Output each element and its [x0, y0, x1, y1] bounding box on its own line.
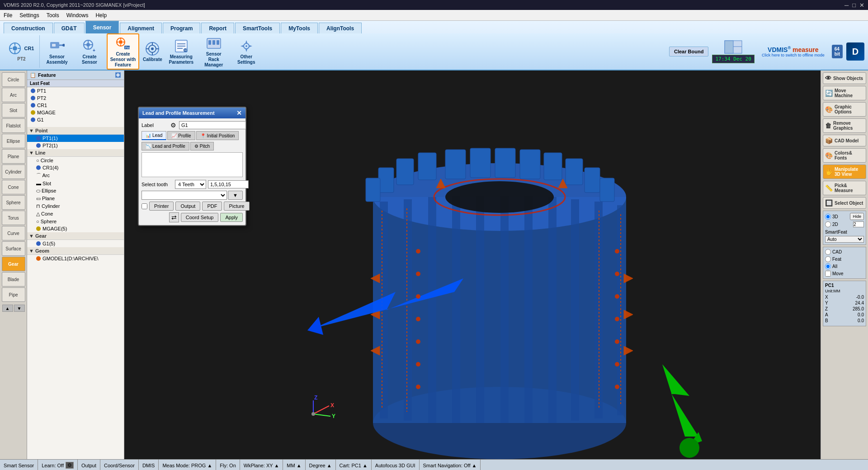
tab-sensor[interactable]: Sensor [85, 21, 119, 33]
label-input[interactable] [179, 121, 246, 129]
cad-model-btn[interactable]: 📦 CAD Model [823, 135, 866, 146]
child-pt2-1[interactable]: PT2(1) [27, 142, 124, 149]
tool-flatslot[interactable]: Flatslot [2, 118, 25, 133]
tool-plane[interactable]: Plane [2, 149, 25, 164]
status-smart-nav[interactable]: Smart Navigation: Off ▲ [420, 460, 481, 470]
offline-mode-link[interactable]: Click here to switch to offline mode [762, 53, 825, 57]
tab-smarttools[interactable]: SmartTools [235, 23, 280, 33]
tab-aligntools[interactable]: AlignTools [319, 23, 362, 33]
menu-tools[interactable]: Tools [47, 12, 59, 19]
picture-btn[interactable]: Picture [224, 202, 249, 211]
menu-settings[interactable]: Settings [19, 12, 39, 19]
feat-pt1[interactable]: PT1 [27, 87, 124, 94]
radio-cad[interactable] [825, 249, 831, 255]
status-dmis[interactable]: DMIS [139, 460, 159, 470]
tab-mytools[interactable]: MyTools [281, 23, 318, 33]
status-autofocus[interactable]: Autofocus 3D GUI [372, 460, 420, 470]
move-checkbox[interactable] [825, 271, 831, 277]
2d-value-input[interactable] [853, 221, 864, 227]
menu-file[interactable]: File [4, 12, 12, 19]
status-mm[interactable]: MM ▲ [283, 460, 305, 470]
child-cr1-4[interactable]: CR1(4) [27, 164, 124, 171]
cat-gear[interactable]: ▼ Gear [27, 232, 124, 240]
select-tooth-dropdown[interactable]: 4 Teeth All Teeth [175, 180, 206, 189]
status-degree[interactable]: Degree ▲ [306, 460, 336, 470]
arrow-btn[interactable]: ⇄ [169, 212, 179, 222]
tool-arc[interactable]: Arc [2, 88, 25, 102]
status-cart[interactable]: Cart: PC1 ▲ [336, 460, 372, 470]
calibrate-btn[interactable]: Calibrate [141, 40, 164, 63]
child-sphere[interactable]: ○ Sphere [27, 218, 124, 225]
cat-line[interactable]: ▼ Line [27, 149, 124, 157]
teeth-values-input[interactable] [208, 180, 249, 188]
maximize-btn[interactable]: □ [852, 2, 856, 9]
child-cylinder[interactable]: ⊓ Cylinder [27, 202, 124, 210]
minimize-btn[interactable]: ─ [844, 2, 849, 9]
manipulate-3d-btn[interactable]: 🖐 Manipulate 3D View [823, 164, 866, 179]
cat-geom[interactable]: ▼ Geom [27, 247, 124, 255]
pick-measure-btn[interactable]: 📏 Pick& Measure [823, 181, 866, 195]
child-gmodel1[interactable]: GMODEL1(D:\ARCHIVE\ [27, 255, 124, 262]
tool-ellipse[interactable]: Ellipse [2, 134, 25, 148]
create-sensor-feature-btn[interactable]: Feat Create Sensor with Feature [107, 33, 139, 70]
tool-slot[interactable]: Slot [2, 103, 25, 118]
tab-lead-profile[interactable]: 📉 Lead and Profile [142, 142, 189, 150]
menu-windows[interactable]: Windows [66, 12, 89, 19]
tool-cylinder[interactable]: Cylinder [2, 164, 25, 179]
radio-feat[interactable] [825, 256, 831, 262]
viewport[interactable]: X Y Z [124, 70, 821, 459]
tool-gear[interactable]: Gear [2, 257, 25, 271]
tool-cone[interactable]: Cone [2, 180, 25, 194]
status-fly[interactable]: Fly: On [216, 460, 240, 470]
tab-profile[interactable]: 📈 Profile [167, 131, 195, 140]
tool-surface[interactable]: Surface [2, 241, 25, 256]
coord-setup-btn[interactable]: Coord Setup [181, 213, 219, 222]
hide-btn[interactable]: Hide [850, 213, 864, 220]
output-btn[interactable]: Output [175, 202, 200, 211]
output-dropdown[interactable] [142, 191, 227, 200]
status-meas-mode[interactable]: Meas Mode: PROG ▲ [159, 460, 216, 470]
remove-graphics-btn[interactable]: 🗑 Remove Graphics [823, 118, 866, 133]
tab-alignment[interactable]: Alignment [120, 23, 162, 33]
child-g1-5[interactable]: G1(5) [27, 240, 124, 247]
clear-bound-btn[interactable]: Clear Bound [669, 47, 708, 56]
menu-help[interactable]: Help [95, 12, 107, 19]
tool-pipe[interactable]: Pipe [2, 287, 25, 302]
radio-all[interactable] [825, 263, 831, 269]
smartfeat-select[interactable]: Auto [825, 236, 864, 243]
feat-cr1[interactable]: CR1 [27, 102, 124, 109]
printer-checkbox[interactable] [142, 203, 147, 209]
child-slot[interactable]: ▬ Slot [27, 180, 124, 187]
radio-3d[interactable] [825, 214, 831, 220]
radio-2d[interactable] [825, 221, 831, 227]
sensor-assembly-btn[interactable]: Sensor Assembly [42, 37, 72, 66]
scroll-up[interactable]: ▲ [2, 305, 13, 312]
child-arc[interactable]: ⌒ Arc [27, 171, 124, 180]
printer-btn[interactable]: Printer [149, 202, 174, 211]
colors-fonts-btn[interactable]: 🎨 Colors& Fonts [823, 148, 866, 163]
create-sensor-btn[interactable]: + Create Sensor [74, 37, 105, 66]
child-circle[interactable]: ○ Circle [27, 157, 124, 164]
feat-pt2[interactable]: PT2 [27, 94, 124, 102]
child-pt1-1[interactable]: PT1(1) [27, 135, 124, 142]
feat-mgage[interactable]: MGAGE [27, 109, 124, 116]
tab-report[interactable]: Report [201, 23, 234, 33]
child-mgage-5[interactable]: MGAGE(5) [27, 225, 124, 232]
tab-construction[interactable]: Construction [4, 23, 53, 33]
child-plane[interactable]: ▭ Plane [27, 195, 124, 202]
apply-btn[interactable]: Apply [220, 213, 243, 222]
tab-program[interactable]: Program [163, 23, 200, 33]
feature-settings-icon[interactable] [115, 72, 121, 78]
select-object-btn[interactable]: 🔲 Select Object [823, 197, 866, 209]
tool-sphere[interactable]: Sphere [2, 195, 25, 210]
other-settings-btn[interactable]: Other Settings [231, 37, 262, 66]
learn-toggle[interactable]: ⚙ [66, 462, 74, 469]
tab-lead[interactable]: 📊 Lead [142, 131, 166, 140]
close-btn[interactable]: ✕ [859, 2, 864, 9]
sensor-rack-btn[interactable]: Sensor Rack Manager [198, 34, 229, 69]
child-cone[interactable]: △ Cone [27, 210, 124, 218]
status-smart-sensor[interactable]: Smart Sensor [0, 460, 38, 470]
scroll-down[interactable]: ▼ [14, 305, 25, 312]
status-wkplane[interactable]: WkPlane: XY ▲ [240, 460, 283, 470]
tool-curve[interactable]: Curve [2, 226, 25, 240]
